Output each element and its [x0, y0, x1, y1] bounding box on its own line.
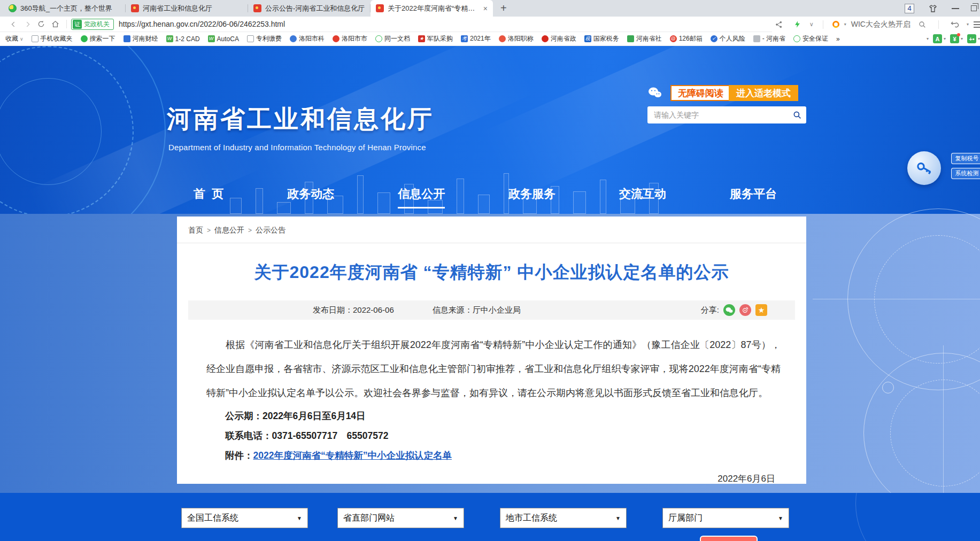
caret-down-icon[interactable]: ▾ — [844, 22, 846, 27]
breadcrumb: 首页 > 信息公开 > 公示公告 — [177, 217, 806, 235]
browser-tab-2[interactable]: 河南省工业和信息化厅 — [126, 0, 248, 17]
key-icon — [914, 158, 935, 179]
share-qzone-icon[interactable]: ★ — [755, 304, 767, 316]
tab-count-button[interactable]: 4 — [905, 4, 914, 13]
footer-select-city-systems[interactable]: 地市工信系统 ▼ — [500, 508, 627, 528]
back-button[interactable] — [6, 18, 20, 30]
share-button[interactable] — [772, 18, 786, 31]
bookmark-item[interactable]: 收藏∨ — [5, 34, 24, 43]
bookmark-item[interactable]: 洛阳市科 — [290, 34, 325, 43]
bookmark-item[interactable]: ✓个人风险 — [711, 34, 745, 43]
wechat-icon[interactable] — [648, 87, 662, 98]
system-check-button[interactable]: 系统检测 — [951, 168, 980, 179]
scissors-icon: ✂ — [916, 34, 925, 43]
bookmark-item[interactable]: 洛阳市市 — [333, 34, 367, 43]
accessibility-reading-button[interactable]: 无障碍阅读 — [670, 85, 731, 101]
restore-button[interactable] — [971, 5, 977, 11]
search-engine-logo-icon[interactable] — [832, 21, 839, 28]
tab-close-icon[interactable]: × — [483, 5, 488, 12]
bookmark-item[interactable]: ★军队采购 — [418, 34, 453, 43]
search-submit-icon[interactable] — [788, 110, 806, 120]
add-tool-button[interactable]: +•▾ — [967, 34, 980, 43]
bookmark-item[interactable]: 河南财经 — [124, 34, 158, 43]
main-navigation: 首 页 政务动态 信息公开 政务服务 交流互动 服务平台 — [194, 186, 777, 208]
bookmark-item[interactable]: @126邮箱 — [670, 34, 703, 43]
screenshot-tool-button[interactable]: ✂▾ — [916, 34, 929, 43]
caret-down-icon[interactable]: ▾ — [927, 36, 929, 41]
footer-select-national-systems[interactable]: 全国工信系统 ▼ — [181, 508, 308, 528]
caret-down-icon[interactable]: ▾ — [978, 36, 980, 41]
bookmark-item[interactable]: 同一文档 — [375, 34, 410, 43]
site-cert-badge[interactable]: 证 党政机关 — [71, 19, 114, 30]
bookmark-item[interactable]: 手机收藏夹 — [32, 34, 73, 43]
bookmark-item[interactable]: 专利缴费 — [247, 34, 282, 43]
nav-item-services[interactable]: 政务服务 — [508, 186, 555, 208]
copy-tax-number-button[interactable]: 复制税号 — [951, 153, 980, 164]
search-icon[interactable] — [915, 18, 929, 31]
nav-item-interaction[interactable]: 交流互动 — [619, 186, 666, 208]
bookmark-item[interactable]: WAutoCA — [208, 35, 239, 43]
shopping-tool-button[interactable]: ¥▾ — [950, 34, 963, 43]
nav-item-home[interactable]: 首 页 — [194, 186, 223, 208]
browser-tab-1[interactable]: 360导航_一个主页，整个世界 — [3, 0, 126, 17]
footer-select-affiliated-departments[interactable]: 厅属部门 ▼ — [662, 508, 789, 528]
bookmark-item[interactable]: 洛阳职称 — [499, 34, 534, 43]
skin-button[interactable] — [926, 2, 940, 15]
browser-tab-active[interactable]: 关于2022年度河南省“专精特新” × — [371, 0, 493, 17]
share-wechat-icon[interactable] — [723, 304, 735, 316]
breadcrumb-announcements[interactable]: 公示公告 — [256, 226, 285, 235]
tab-favicon-360-icon — [9, 4, 17, 12]
caret-down-icon[interactable]: ▾ — [967, 22, 969, 27]
menu-icon[interactable] — [974, 21, 980, 28]
divider — [177, 243, 806, 243]
site-title: 河南省工业和信息化厅 — [167, 103, 434, 136]
bookmarks-list: 收藏∨手机收藏夹搜索一下河南财经W1-2 CADWAutoCA专利缴费洛阳市科洛… — [5, 34, 916, 43]
undo-button[interactable] — [948, 18, 962, 31]
home-button[interactable] — [48, 18, 62, 30]
bookmark-item[interactable]: 安全保证 — [793, 34, 828, 43]
bookmark-item[interactable]: 河南省社 — [627, 34, 662, 43]
bookmark-label: 同一文档 — [384, 34, 410, 43]
share-weibo-icon[interactable] — [739, 304, 751, 316]
minimize-button[interactable] — [952, 8, 959, 9]
bookmark-item[interactable]: - 河南省 — [753, 34, 785, 43]
tab-favicon-emblem-icon — [131, 4, 139, 12]
partial-floating-widget[interactable] — [700, 536, 758, 541]
bookmark-item[interactable]: » — [836, 35, 840, 43]
bookmark-item[interactable]: W1-2 CAD — [166, 35, 200, 43]
bookmark-item[interactable]: 搜索一下 — [81, 34, 115, 43]
nav-item-news[interactable]: 政务动态 — [287, 186, 334, 208]
chevron-down-icon[interactable]: ∨ — [20, 36, 24, 42]
tax-key-widget[interactable] — [907, 151, 941, 185]
caret-down-icon[interactable]: ▾ — [961, 36, 963, 41]
bookmark-favicon: W — [208, 35, 215, 42]
url-text[interactable]: https://gxt.henan.gov.cn/2022/06-06/2462… — [119, 20, 285, 28]
search-promo-text[interactable]: WIC大会火热开启 — [851, 20, 910, 29]
attachment-link[interactable]: 2022年度河南省“专精特新”中小企业拟认定名单 — [253, 450, 452, 461]
bookmark-item[interactable]: 税国家税务 — [584, 34, 619, 43]
breadcrumb-info-disclosure[interactable]: 信息公开 — [214, 226, 244, 235]
breadcrumb-home[interactable]: 首页 — [188, 226, 203, 235]
browser-tab-3[interactable]: 公示公告-河南省工业和信息化厅 — [248, 0, 371, 17]
accelerate-button[interactable] — [791, 18, 805, 31]
footer-select-provincial-departments[interactable]: 省直部门网站 ▼ — [337, 508, 464, 528]
bookmark-favicon: W — [166, 35, 173, 42]
refresh-button[interactable] — [34, 18, 48, 30]
bookmark-item[interactable]: 河南省政 — [542, 34, 576, 43]
search-input[interactable] — [647, 106, 788, 123]
caret-down-icon[interactable]: ▾ — [944, 36, 946, 41]
bookmark-favicon — [542, 35, 549, 42]
bookmark-favicon — [81, 35, 88, 42]
translate-tool-button[interactable]: A▾ — [933, 34, 946, 43]
article-card: 首页 > 信息公开 > 公示公告 关于2022年度河南省 “专精特新” 中小企业… — [177, 217, 806, 484]
new-tab-button[interactable]: + — [500, 2, 507, 14]
breadcrumb-separator: > — [207, 227, 211, 234]
chevron-down-icon[interactable]: ∨ — [809, 21, 814, 28]
elder-mode-button[interactable]: 进入适老模式 — [729, 85, 798, 101]
nav-item-platform[interactable]: 服务平台 — [730, 186, 777, 208]
bookmark-item[interactable]: 考2021年 — [461, 34, 491, 43]
notice-period-line: 公示期：2022年6月6日至6月14日 — [206, 407, 806, 425]
nav-item-info-disclosure[interactable]: 信息公开 — [398, 186, 445, 208]
forward-button[interactable] — [20, 18, 34, 30]
webpage: 河南省工业和信息化厅 Department of Industry and In… — [0, 46, 980, 541]
